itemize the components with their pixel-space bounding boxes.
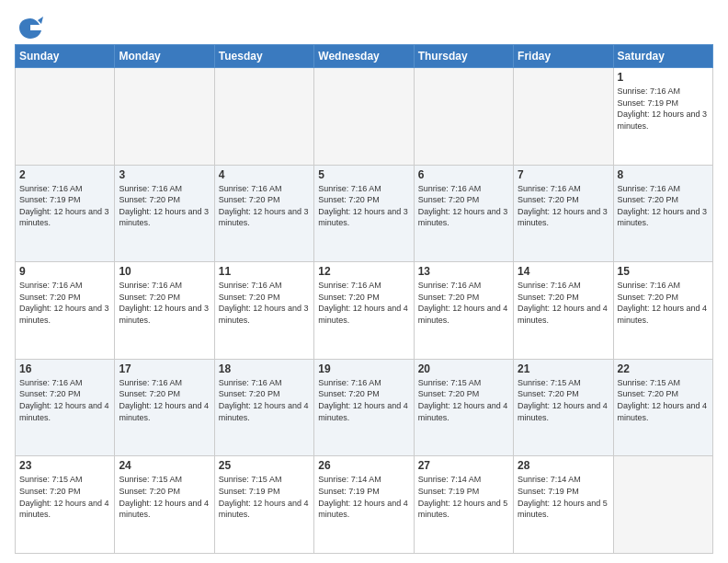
day-info: Sunrise: 7:16 AMSunset: 7:20 PMDaylight:… [119,377,210,423]
day-info: Sunrise: 7:16 AMSunset: 7:20 PMDaylight:… [119,183,210,229]
day-number: 21 [518,362,609,375]
calendar-cell: 16Sunrise: 7:16 AMSunset: 7:20 PMDayligh… [16,359,115,456]
day-info: Sunrise: 7:15 AMSunset: 7:20 PMDaylight:… [618,377,709,423]
day-info: Sunrise: 7:14 AMSunset: 7:19 PMDaylight:… [418,474,509,520]
weekday-header-wednesday: Wednesday [314,45,414,68]
day-number: 23 [19,459,110,472]
weekday-header-thursday: Thursday [414,45,513,68]
calendar-cell: 13Sunrise: 7:16 AMSunset: 7:20 PMDayligh… [414,262,513,360]
weekday-header-row: SundayMondayTuesdayWednesdayThursdayFrid… [16,45,713,68]
day-number: 18 [219,362,310,375]
day-number: 3 [119,168,210,181]
calendar-cell: 28Sunrise: 7:14 AMSunset: 7:19 PMDayligh… [514,456,613,554]
day-number: 1 [618,71,709,84]
day-number: 11 [219,265,310,278]
day-number: 25 [219,459,310,472]
day-info: Sunrise: 7:16 AMSunset: 7:20 PMDaylight:… [418,183,509,229]
week-row-3: 9Sunrise: 7:16 AMSunset: 7:20 PMDaylight… [16,262,713,360]
day-number: 20 [418,362,509,375]
calendar-cell: 9Sunrise: 7:16 AMSunset: 7:20 PMDaylight… [16,262,115,360]
day-info: Sunrise: 7:16 AMSunset: 7:20 PMDaylight:… [518,280,609,326]
calendar-cell: 3Sunrise: 7:16 AMSunset: 7:20 PMDaylight… [115,165,214,262]
calendar-cell [115,68,214,166]
day-info: Sunrise: 7:16 AMSunset: 7:19 PMDaylight:… [618,86,709,132]
day-number: 2 [19,168,110,181]
calendar-cell [613,456,712,554]
day-info: Sunrise: 7:16 AMSunset: 7:20 PMDaylight:… [418,280,509,326]
day-info: Sunrise: 7:16 AMSunset: 7:20 PMDaylight:… [119,280,210,326]
day-info: Sunrise: 7:16 AMSunset: 7:20 PMDaylight:… [318,377,409,423]
day-number: 4 [219,168,310,181]
day-info: Sunrise: 7:15 AMSunset: 7:20 PMDaylight:… [119,474,210,520]
calendar-cell: 5Sunrise: 7:16 AMSunset: 7:20 PMDaylight… [314,165,414,262]
calendar-cell: 25Sunrise: 7:15 AMSunset: 7:19 PMDayligh… [214,456,313,554]
day-number: 10 [119,265,210,278]
day-number: 15 [618,265,709,278]
calendar-cell [514,68,613,166]
day-info: Sunrise: 7:16 AMSunset: 7:20 PMDaylight:… [318,183,409,229]
day-info: Sunrise: 7:15 AMSunset: 7:20 PMDaylight:… [518,377,609,423]
calendar-cell: 17Sunrise: 7:16 AMSunset: 7:20 PMDayligh… [115,359,214,456]
calendar-cell: 1Sunrise: 7:16 AMSunset: 7:19 PMDaylight… [613,68,712,166]
calendar-cell: 10Sunrise: 7:16 AMSunset: 7:20 PMDayligh… [115,262,214,360]
week-row-4: 16Sunrise: 7:16 AMSunset: 7:20 PMDayligh… [16,359,713,456]
calendar-cell: 18Sunrise: 7:16 AMSunset: 7:20 PMDayligh… [214,359,313,456]
week-row-5: 23Sunrise: 7:15 AMSunset: 7:20 PMDayligh… [16,456,713,554]
day-number: 24 [119,459,210,472]
day-number: 27 [418,459,509,472]
calendar-cell [414,68,513,166]
day-number: 16 [19,362,110,375]
day-number: 19 [318,362,409,375]
day-number: 7 [518,168,609,181]
calendar-cell: 19Sunrise: 7:16 AMSunset: 7:20 PMDayligh… [314,359,414,456]
calendar-cell: 8Sunrise: 7:16 AMSunset: 7:20 PMDaylight… [613,165,712,262]
calendar-cell: 24Sunrise: 7:15 AMSunset: 7:20 PMDayligh… [115,456,214,554]
calendar-cell: 20Sunrise: 7:15 AMSunset: 7:20 PMDayligh… [414,359,513,456]
header [15,11,713,40]
day-info: Sunrise: 7:16 AMSunset: 7:20 PMDaylight:… [618,280,709,326]
day-number: 12 [318,265,409,278]
weekday-header-tuesday: Tuesday [214,45,313,68]
day-info: Sunrise: 7:16 AMSunset: 7:20 PMDaylight:… [318,280,409,326]
day-number: 14 [518,265,609,278]
calendar-cell: 4Sunrise: 7:16 AMSunset: 7:20 PMDaylight… [214,165,313,262]
weekday-header-saturday: Saturday [613,45,712,68]
calendar-cell: 15Sunrise: 7:16 AMSunset: 7:20 PMDayligh… [613,262,712,360]
week-row-2: 2Sunrise: 7:16 AMSunset: 7:19 PMDaylight… [16,165,713,262]
day-info: Sunrise: 7:16 AMSunset: 7:20 PMDaylight:… [219,280,310,326]
day-info: Sunrise: 7:16 AMSunset: 7:20 PMDaylight:… [518,183,609,229]
day-number: 9 [19,265,110,278]
calendar-cell: 2Sunrise: 7:16 AMSunset: 7:19 PMDaylight… [16,165,115,262]
calendar-cell: 12Sunrise: 7:16 AMSunset: 7:20 PMDayligh… [314,262,414,360]
day-number: 5 [318,168,409,181]
day-info: Sunrise: 7:16 AMSunset: 7:20 PMDaylight:… [19,280,110,326]
day-info: Sunrise: 7:14 AMSunset: 7:19 PMDaylight:… [518,474,609,520]
day-info: Sunrise: 7:14 AMSunset: 7:19 PMDaylight:… [318,474,409,520]
calendar-cell [214,68,313,166]
calendar-cell [314,68,414,166]
day-number: 26 [318,459,409,472]
calendar-cell [16,68,115,166]
day-info: Sunrise: 7:16 AMSunset: 7:20 PMDaylight:… [219,183,310,229]
calendar-cell: 14Sunrise: 7:16 AMSunset: 7:20 PMDayligh… [514,262,613,360]
day-info: Sunrise: 7:15 AMSunset: 7:19 PMDaylight:… [219,474,310,520]
calendar-cell: 6Sunrise: 7:16 AMSunset: 7:20 PMDaylight… [414,165,513,262]
calendar-table: SundayMondayTuesdayWednesdayThursdayFrid… [15,44,713,554]
calendar-cell: 26Sunrise: 7:14 AMSunset: 7:19 PMDayligh… [314,456,414,554]
week-row-1: 1Sunrise: 7:16 AMSunset: 7:19 PMDaylight… [16,68,713,166]
day-info: Sunrise: 7:15 AMSunset: 7:20 PMDaylight:… [19,474,110,520]
day-info: Sunrise: 7:16 AMSunset: 7:19 PMDaylight:… [19,183,110,229]
weekday-header-sunday: Sunday [16,45,115,68]
calendar-page: SundayMondayTuesdayWednesdayThursdayFrid… [0,0,728,563]
calendar-cell: 21Sunrise: 7:15 AMSunset: 7:20 PMDayligh… [514,359,613,456]
weekday-header-monday: Monday [115,45,214,68]
day-info: Sunrise: 7:16 AMSunset: 7:20 PMDaylight:… [19,377,110,423]
day-number: 8 [618,168,709,181]
logo [15,15,43,40]
calendar-cell: 27Sunrise: 7:14 AMSunset: 7:19 PMDayligh… [414,456,513,554]
calendar-cell: 22Sunrise: 7:15 AMSunset: 7:20 PMDayligh… [613,359,712,456]
day-info: Sunrise: 7:15 AMSunset: 7:20 PMDaylight:… [418,377,509,423]
weekday-header-friday: Friday [514,45,613,68]
day-number: 13 [418,265,509,278]
day-number: 17 [119,362,210,375]
